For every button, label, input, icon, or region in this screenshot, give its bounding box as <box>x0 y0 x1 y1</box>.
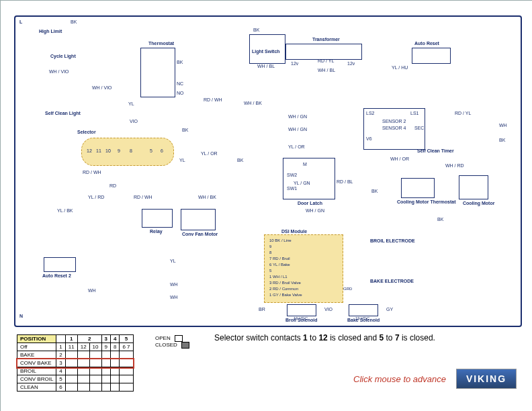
advance-hint[interactable]: Click mouse to advance <box>353 374 446 384</box>
broil-sol-box <box>287 304 316 316</box>
bake-sol-box <box>349 304 378 316</box>
schematic-frame: L N High Limit BK Cycle Light WH / VIO W… <box>14 15 522 327</box>
wire-wh-bl-ls: WH / BL <box>257 64 275 68</box>
wire-wh-right: WH <box>499 123 507 128</box>
wire-yl-or: YL / OR <box>201 151 218 156</box>
wire-rd-yl-sct: RD / YL <box>455 111 471 116</box>
dsi-l5: 5 <box>269 269 271 273</box>
cooling-motor-label: Cooling Motor <box>463 201 494 205</box>
broil-electrode-label: BROIL ELECTRODE <box>370 238 415 243</box>
position-table-wrap: POSITION 1 2 3 4 5 Off 1 11 12 10 9 8 6 … <box>17 334 134 392</box>
conv-fan-label: Conv Fan Motor <box>182 232 216 236</box>
wire-wh-rd: WH / RD <box>445 163 464 168</box>
wire-vio-sol: VIO <box>324 307 332 312</box>
wire-nc: NC <box>177 81 183 86</box>
wire-rd-bl: RD / BL <box>337 179 353 184</box>
auto-reset-2-box <box>44 257 76 272</box>
auto-reset-label: Auto Reset <box>414 41 439 46</box>
high-limit-label: High Limit <box>39 29 62 34</box>
sw2: SW2 <box>287 173 297 177</box>
dsi-l8: 2 RD / Common <box>269 287 298 291</box>
wire-bk-sel: BK <box>182 128 188 132</box>
cooling-motor-box <box>459 175 488 199</box>
wire-wh-vio-2: WH / VIO <box>92 85 112 90</box>
cooling-motor-thermostat-label: Cooling Motor Thermostat <box>397 199 441 204</box>
self-clean-timer-label: Self Clean Timer <box>417 148 454 153</box>
wire-rd-yl-tr: RD / YL <box>318 58 334 63</box>
viking-logo: VIKING <box>456 369 517 389</box>
cmt-box <box>401 178 435 198</box>
dsi-l7: 3 RD / Broil Valve <box>269 281 301 285</box>
conv-fan-box <box>181 209 216 230</box>
transformer-label: Transformer <box>312 37 340 42</box>
wire-wh-bl-tr: WH / BL <box>318 68 335 73</box>
wire-bk-bot: BK <box>437 217 443 222</box>
wire-wh-gn: WH / GN <box>288 114 307 119</box>
thermostat-box <box>140 48 175 97</box>
m: M <box>303 162 307 167</box>
wire-wh-bot-c: WH <box>88 288 96 293</box>
dsi-l1: 9 <box>269 244 271 248</box>
wire-yl-bot: YL <box>170 259 176 263</box>
wire-wh-bot-a: WH <box>170 282 178 287</box>
auto-reset-2-label: Auto Reset 2 <box>42 273 71 278</box>
sensor2: SENSOR 2 <box>382 119 406 124</box>
wire-no: NO <box>177 91 184 95</box>
door-latch-label: Door Latch <box>298 201 322 205</box>
dsi-l6: 1 WH / L1 <box>269 275 287 279</box>
wire-gy: GY <box>386 307 393 312</box>
wire-yl-thermo: YL <box>128 101 134 106</box>
wire-wh-vio-1: WH / VIO <box>49 69 69 74</box>
th-position: POSITION <box>17 335 56 343</box>
wire-bk-mid: BK <box>237 158 243 163</box>
self-clean-light-label: Self Clean Light <box>45 111 81 116</box>
cycle-light-label: Cycle Light <box>50 54 76 58</box>
table-legend: OPEN CLOSED <box>155 335 189 349</box>
wire-vio: VIO <box>130 119 138 124</box>
dsi-l2: 8 <box>269 250 271 255</box>
grd: GRD <box>343 287 352 291</box>
vdc-a: 19 VDC <box>294 316 308 320</box>
wire-rd-sel: RD <box>109 183 116 188</box>
12v-a: 12v <box>291 61 298 66</box>
transformer-box <box>285 44 362 60</box>
wire-yl-bk: YL / BK <box>57 208 73 213</box>
wire-yl-hu: YL / HU <box>392 65 408 70</box>
sec: SEC <box>414 126 424 130</box>
light-switch-label: Light Switch <box>252 49 280 54</box>
ls1: LS1 <box>410 111 418 116</box>
page[interactable]: L N High Limit BK Cycle Light WH / VIO W… <box>0 0 532 411</box>
relay-box <box>142 209 173 228</box>
terminal-N: N <box>19 314 23 318</box>
auto-reset-box <box>412 48 451 64</box>
sw1: SW1 <box>287 186 297 191</box>
wire-wh-or: WH / OR <box>390 156 409 161</box>
dsi-l4: 6 YL / Bake <box>269 263 290 267</box>
wire-rd-wh-1: RD / WH <box>204 97 222 102</box>
relay-label: Relay <box>150 229 163 234</box>
thermostat-label: Thermostat <box>148 41 174 46</box>
12v-b: 12v <box>347 61 355 66</box>
selector-label: Selector <box>77 130 96 134</box>
terminal-L: L <box>19 19 22 24</box>
wire-wh-gn-3: WH / GN <box>306 208 324 213</box>
dsi-l3: 7 RD / Broil <box>269 257 290 261</box>
caption-text: Selector switch contacts 1 to 12 is clos… <box>214 333 435 342</box>
dsi-l9: 1 GY / Bake Valve <box>269 293 302 297</box>
wire-wl-gn-2: WH / GN <box>288 127 307 132</box>
wire-bk-thermo: BK <box>177 60 183 64</box>
wire-rd-wh-sel: RD / WH <box>83 170 101 175</box>
wire-wh-bk-mid: WH / BK <box>244 101 262 105</box>
ls2: LS2 <box>366 111 374 116</box>
wire-yl-gn-dl: YL / GN <box>294 181 310 185</box>
position-table: POSITION 1 2 3 4 5 Off 1 11 12 10 9 8 6 … <box>17 334 134 392</box>
dsi-l0: 10 BK / Line <box>269 238 292 242</box>
wire-wh-bot-b: WH <box>170 295 178 300</box>
wire-yl-sel: YL <box>179 158 185 163</box>
bake-electrode-label: BAKE ELECTRODE <box>370 279 414 283</box>
dsi-module-label: DSI Module <box>281 229 307 234</box>
wire-rd-wh-3: RD / WH <box>134 195 152 199</box>
wire-bk-sct: BK <box>371 189 378 193</box>
wire-bk-top: BK <box>71 19 77 24</box>
wire-bk-right: BK <box>499 138 505 142</box>
